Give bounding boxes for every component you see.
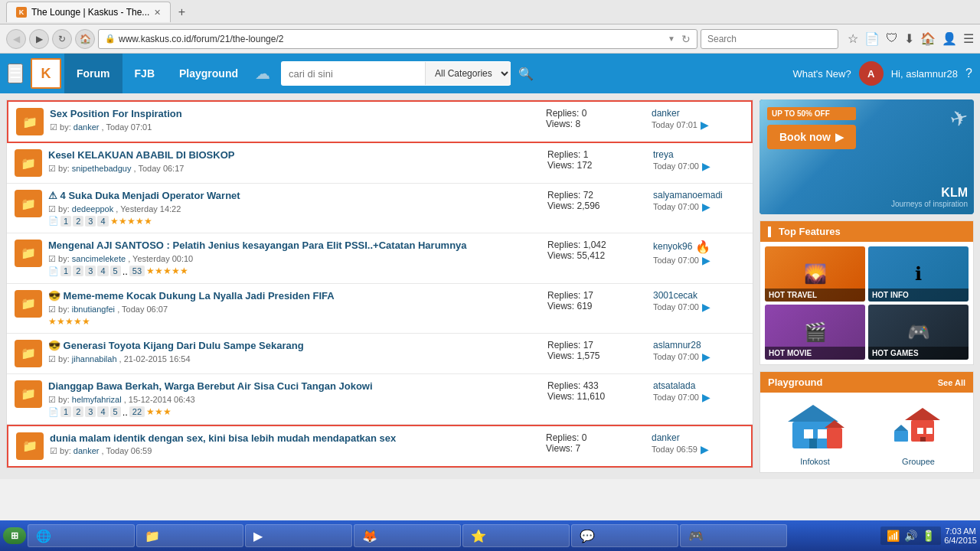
playground-item-groupee[interactable]: Groupee bbox=[870, 399, 967, 466]
last-post-arrow[interactable]: ▶ bbox=[701, 119, 709, 131]
book-now-button[interactable]: Book now ▶ bbox=[767, 125, 856, 149]
home-button[interactable]: 🏠 bbox=[75, 29, 95, 49]
cloud-icon[interactable]: ☁ bbox=[255, 64, 270, 83]
search-input[interactable] bbox=[281, 68, 425, 80]
taskbar-app5-button[interactable]: ⭐ bbox=[462, 524, 570, 547]
last-poster-link[interactable]: treya bbox=[653, 149, 745, 160]
download-icon[interactable]: ⬇ bbox=[904, 31, 914, 46]
bookmark-icon[interactable]: ☆ bbox=[848, 31, 858, 46]
address-dropdown-icon[interactable]: ▼ bbox=[668, 34, 675, 43]
browser-tab[interactable]: K The Lounge | Kaskus - The... ✕ bbox=[6, 2, 171, 22]
page-link[interactable]: 3 bbox=[85, 216, 96, 227]
page-link[interactable]: 1 bbox=[60, 266, 71, 276]
last-poster-link[interactable]: salyamanoemadi bbox=[653, 190, 745, 201]
help-icon[interactable]: ? bbox=[965, 67, 972, 80]
last-poster-link[interactable]: atsatalada bbox=[653, 380, 745, 391]
shield-icon[interactable]: 🛡 bbox=[886, 31, 898, 46]
page-link[interactable]: 3 bbox=[85, 266, 96, 276]
firefox-icon: 🦊 bbox=[362, 529, 377, 543]
back-button[interactable]: ◀ bbox=[6, 29, 26, 49]
page-link[interactable]: 1 bbox=[60, 216, 71, 227]
taskbar-game-button[interactable]: 🎮 bbox=[680, 524, 787, 547]
last-post-arrow[interactable]: ▶ bbox=[702, 350, 710, 363]
fjb-nav-link[interactable]: FJB bbox=[122, 54, 167, 93]
page-link[interactable]: 22 bbox=[129, 406, 145, 417]
thread-meta: ☑ by: sancimelekete , Yesterday 00:10 bbox=[48, 254, 541, 264]
playground-nav-link[interactable]: Playground bbox=[167, 54, 250, 93]
last-post-arrow[interactable]: ▶ bbox=[702, 391, 710, 403]
last-poster-link[interactable]: kenyok96 bbox=[653, 241, 692, 252]
hamburger-button[interactable]: ☰ bbox=[8, 64, 23, 83]
home-nav-icon[interactable]: 🏠 bbox=[920, 31, 936, 46]
last-poster-link[interactable]: danker bbox=[652, 108, 743, 119]
last-post-arrow[interactable]: ▶ bbox=[702, 201, 710, 213]
taskbar-skype-button[interactable]: 💬 bbox=[571, 524, 678, 547]
page-link[interactable]: 3 bbox=[85, 406, 96, 417]
thread-title[interactable]: Mengenal AJI SANTOSO : Pelatih Jenius ke… bbox=[48, 240, 541, 253]
last-post-arrow[interactable]: ▶ bbox=[701, 443, 709, 455]
thread-author-link[interactable]: jihannabilah bbox=[72, 354, 117, 364]
address-bar[interactable]: 🔒 www.kaskus.co.id/forum/21/the-lounge/2… bbox=[98, 29, 697, 49]
thread-title[interactable]: dunia malam identik dengan sex, kini bis… bbox=[50, 432, 540, 445]
thread-author-link[interactable]: danker bbox=[74, 446, 100, 455]
kaskus-logo[interactable]: K bbox=[31, 58, 61, 89]
thread-author-link[interactable]: helmyfahrizal bbox=[72, 395, 122, 404]
last-poster-link[interactable]: danker bbox=[652, 432, 743, 443]
taskbar-ie-button[interactable]: 🌐 bbox=[28, 524, 135, 547]
refresh-button[interactable]: ↻ bbox=[52, 29, 72, 49]
hot-movie-feature[interactable]: 🎬 HOT MOVIE bbox=[765, 305, 865, 360]
infokost-image bbox=[785, 399, 846, 452]
thread-author-link[interactable]: danker bbox=[74, 122, 100, 132]
page-link[interactable]: 1 bbox=[60, 406, 71, 417]
category-select[interactable]: All Categories bbox=[425, 62, 511, 85]
thread-author-link[interactable]: ibnutiangfei bbox=[72, 305, 115, 314]
user-avatar[interactable]: A bbox=[859, 61, 884, 86]
thread-author-link[interactable]: sancimelekete bbox=[72, 254, 126, 263]
last-post-arrow[interactable]: ▶ bbox=[702, 160, 710, 172]
page-link[interactable]: 2 bbox=[73, 216, 83, 227]
taskbar-explorer-button[interactable]: 📁 bbox=[136, 524, 243, 547]
thread-title[interactable]: 😎 Meme-meme Kocak Dukung La Nyalla Jadi … bbox=[48, 290, 541, 303]
thread-title[interactable]: Sex Position For Inspiration bbox=[50, 108, 540, 121]
thread-title[interactable]: ⚠ 4 Suka Duka Menjadi Operator Warnet bbox=[48, 190, 541, 203]
page-link[interactable]: 4 bbox=[97, 406, 108, 417]
last-post-arrow[interactable]: ▶ bbox=[702, 254, 710, 266]
clock[interactable]: 7:03 AM 6/4/2015 bbox=[944, 527, 977, 545]
hot-info-feature[interactable]: ℹ HOT INFO bbox=[868, 246, 969, 302]
taskbar-media-button[interactable]: ▶ bbox=[245, 524, 352, 547]
new-tab-button[interactable]: + bbox=[171, 2, 192, 23]
taskbar-firefox-button[interactable]: 🦊 bbox=[354, 524, 461, 547]
thread-title[interactable]: Dianggap Bawa Berkah, Warga Berebut Air … bbox=[48, 380, 541, 393]
page-link[interactable]: 4 bbox=[97, 216, 108, 227]
tab-close-button[interactable]: ✕ bbox=[154, 8, 161, 18]
page-link[interactable]: 5 bbox=[110, 266, 121, 276]
browser-search-input[interactable] bbox=[707, 34, 831, 44]
user-name[interactable]: Hi, aslamnur28 bbox=[891, 68, 958, 80]
browser-search-bar[interactable] bbox=[701, 29, 838, 49]
last-post-arrow[interactable]: ▶ bbox=[702, 301, 710, 313]
page-link[interactable]: 5 bbox=[110, 406, 121, 417]
last-poster-link[interactable]: 3001cecak bbox=[653, 290, 745, 301]
last-poster-link[interactable]: aslamnur28 bbox=[653, 340, 745, 350]
page-link[interactable]: 2 bbox=[73, 266, 83, 276]
user-icon[interactable]: 👤 bbox=[942, 31, 957, 46]
thread-title[interactable]: 😎 Generasi Toyota Kijang Dari Dulu Sampe… bbox=[48, 340, 541, 353]
page-link[interactable]: 4 bbox=[97, 266, 108, 276]
whats-new-link[interactable]: What's New? bbox=[792, 68, 851, 80]
thread-title[interactable]: Kesel KELAKUAN ABABIL DI BIOSKOP bbox=[48, 149, 541, 162]
reload-icon[interactable]: ↻ bbox=[681, 33, 691, 45]
thread-author-link[interactable]: dedeeppok bbox=[72, 204, 113, 214]
search-button[interactable]: 🔍 bbox=[511, 67, 541, 81]
thread-author-link[interactable]: snipethebadguy bbox=[72, 164, 132, 173]
playground-item-infokost[interactable]: Infokost bbox=[766, 399, 864, 466]
reader-icon[interactable]: 📄 bbox=[864, 31, 880, 46]
page-link[interactable]: 53 bbox=[129, 266, 145, 276]
see-all-link[interactable]: See All bbox=[938, 378, 965, 387]
menu-icon[interactable]: ☰ bbox=[963, 31, 974, 46]
forward-button[interactable]: ▶ bbox=[29, 29, 49, 49]
hot-travel-feature[interactable]: 🌄 HOT TRAVEL bbox=[765, 246, 865, 302]
start-button[interactable]: ⊞ bbox=[3, 527, 26, 544]
page-link[interactable]: 2 bbox=[73, 406, 83, 417]
hot-games-feature[interactable]: 🎮 HOT GAMES bbox=[868, 305, 969, 360]
forum-nav-link[interactable]: Forum bbox=[64, 54, 122, 93]
